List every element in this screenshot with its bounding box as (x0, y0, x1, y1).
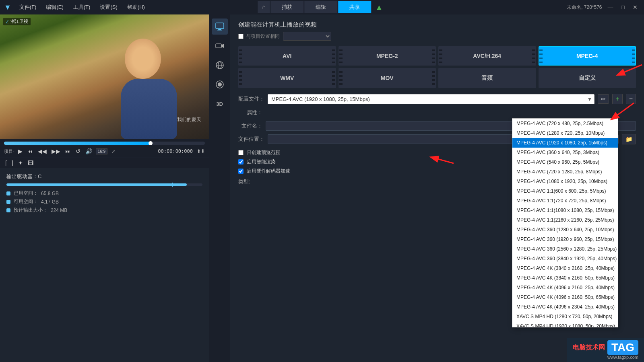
right-panel: 创建能在计算机上播放的视频 与项目设置相同 AVI MPEG-2 AVC/H.2… (230, 14, 644, 362)
dropdown-item-18[interactable]: MPEG-4 AVC 4K (4096 x 2160, 50p, 65Mbps) (512, 292, 618, 302)
app-logo: ▼ (4, 3, 11, 12)
crop-icon[interactable]: ⤢ (111, 149, 115, 154)
dropdown-item-19[interactable]: MPEG-4 AVC 4K (4096 x 2304, 25p, 40Mbps) (512, 302, 618, 312)
main-layout: Z 浙江卫视 我们的夏天 项目- ▶ ⏮ ◀◀ ▶▶ ⏭ ↺ 🔊 16:9 (0, 14, 644, 362)
format-avi[interactable]: AVI (238, 46, 336, 66)
browse-button[interactable]: 📁 (622, 134, 636, 144)
timeline-thumb (149, 141, 153, 145)
prev-segment-button[interactable]: ⏮ (26, 147, 34, 155)
config-add-button[interactable]: + (612, 94, 622, 104)
dropdown-item-5[interactable]: MPEG-4 AVC (720 x 1280, 25p, 8Mbps) (512, 167, 618, 177)
menu-bar: 文件(F) 编辑(E) 工具(T) 设置(S) 帮助(H) (18, 3, 147, 12)
config-edit-button[interactable]: ✏ (598, 94, 609, 104)
format-mov[interactable]: MOV (339, 68, 436, 88)
project-setting-checkbox-wrap[interactable]: 与项目设置相同 (238, 33, 280, 40)
next-segment-button[interactable]: ⏭ (64, 147, 72, 155)
dropdown-item-4[interactable]: MPEG-4 AVC (540 x 960, 25p, 5Mbps) (512, 157, 618, 167)
3d-label: 3D (216, 101, 223, 107)
dropdown-item-15[interactable]: MPEG-4 AVC 4K (3840 x 2160, 25p, 40Mbps) (512, 263, 618, 273)
dropdown-item-14[interactable]: MPEG-4 AVC 360 (3840 x 1920, 25p, 40Mbps… (512, 254, 618, 263)
channel-name: 浙江卫视 (10, 19, 28, 25)
timecode-stepper[interactable]: ⬆⬇ (197, 148, 205, 154)
globe-icon (215, 61, 224, 70)
clip-button[interactable]: 🎞 (27, 159, 35, 167)
window-status: 未命名, 720*576 (567, 4, 602, 11)
config-dropdown-list: MPEG-4 AVC (720 x 480, 25p, 2.5Mbps) MPE… (512, 118, 618, 327)
format-custom[interactable]: 自定义 (539, 68, 636, 88)
video-overlay-text: 我们的夏天 (177, 116, 201, 123)
sidebar-globe-button[interactable] (212, 57, 228, 73)
close-button[interactable]: ✕ (630, 3, 640, 11)
dropdown-item-10[interactable]: MPEG-4 AVC 1:1(2160 x 2160, 25p, 25Mbps) (512, 215, 618, 225)
tab-edit[interactable]: 编辑 (304, 1, 337, 13)
dropdown-item-9[interactable]: MPEG-4 AVC 1:1(1080 x 1080, 25p, 15Mbps) (512, 206, 618, 215)
dropdown-item-16[interactable]: MPEG-4 AVC 4K (3840 x 2160, 50p, 65Mbps) (512, 273, 618, 283)
estimated-label: 预计输出大小： (14, 207, 47, 214)
project-setting-dropdown[interactable] (283, 32, 331, 41)
format-mpeg4[interactable]: MPEG-4 (539, 46, 636, 66)
option-preview-range-checkbox[interactable] (238, 150, 244, 155)
loop-button[interactable]: ↺ (74, 147, 82, 155)
dropdown-item-1[interactable]: MPEG-4 AVC (1280 x 720, 25p, 10Mbps) (512, 128, 618, 138)
dropdown-item-8[interactable]: MPEG-4 AVC 1:1(720 x 720, 25p, 8Mbps) (512, 196, 618, 206)
upload-button[interactable]: ▲ (372, 3, 386, 12)
menu-settings[interactable]: 设置(S) (98, 3, 119, 12)
dropdown-item-11[interactable]: MPEG-4 AVC 360 (1280 x 640, 25p, 10Mbps) (512, 225, 618, 234)
available-row: 可用空间： 4.17 GB (6, 198, 202, 205)
dropdown-item-12[interactable]: MPEG-4 AVC 360 (1920 x 960, 25p, 15Mbps) (512, 234, 618, 244)
option-smart-render-checkbox[interactable] (238, 159, 244, 165)
available-label: 可用空间： (14, 198, 38, 205)
sidebar-record-button[interactable] (212, 76, 228, 93)
dropdown-item-6[interactable]: MPEG-4 AVC (1080 x 1920, 25p, 10Mbps) (512, 177, 618, 186)
menu-help[interactable]: 帮助(H) (126, 3, 147, 12)
format-wmv[interactable]: WMV (238, 68, 336, 88)
storage-bar-fill (6, 183, 187, 186)
dropdown-item-17[interactable]: MPEG-4 AVC 4K (4096 x 2160, 25p, 40Mbps) (512, 283, 618, 292)
dropdown-item-2[interactable]: MPEG-4 AVC (1920 x 1080, 25p, 15Mbps) (512, 138, 618, 148)
dropdown-item-13[interactable]: MPEG-4 AVC 360 (2560 x 1280, 25p, 25Mbps… (512, 244, 618, 254)
dropdown-item-20[interactable]: XAVC S MP4 HD (1280 x 720, 50p, 20Mbps) (512, 312, 618, 321)
tag-label: TAG (607, 340, 638, 355)
mark-button[interactable]: ✦ (17, 159, 24, 167)
filename-label: 文件名： (238, 122, 262, 130)
timecode-display: 00:00:00:000 (158, 148, 193, 154)
minimize-button[interactable]: — (605, 3, 616, 11)
audio-button[interactable]: 🔊 (84, 147, 93, 155)
menu-tools[interactable]: 工具(T) (72, 3, 92, 12)
dropdown-item-0[interactable]: MPEG-4 AVC (720 x 480, 25p, 2.5Mbps) (512, 119, 618, 128)
sidebar-3d-button[interactable]: 3D (212, 96, 228, 112)
dropdown-item-3[interactable]: MPEG-4 AVC (360 x 640, 25p, 3Mbps) (512, 148, 618, 157)
titlebar-right: 未命名, 720*576 — □ ✕ (567, 3, 640, 11)
format-mpeg2[interactable]: MPEG-2 (339, 46, 436, 66)
dropdown-item-21[interactable]: XAVC S MP4 HD (1920 x 1080, 50p, 20Mbps) (512, 321, 618, 327)
config-select[interactable]: MPEG-4 AVC (1920 x 1080, 25p, 15Mbps) (268, 94, 594, 104)
maximize-button[interactable]: □ (619, 3, 627, 11)
storage-bar (6, 183, 202, 186)
project-setting-checkbox[interactable] (238, 34, 244, 39)
sidebar-camera-button[interactable] (212, 38, 228, 54)
sidebar-monitor-button[interactable] (212, 19, 228, 35)
svg-marker-4 (221, 44, 224, 48)
video-frame: Z 浙江卫视 我们的夏天 (0, 14, 209, 139)
bracket-open-button[interactable]: [ (4, 159, 8, 167)
project-setting-row: 与项目设置相同 (238, 32, 636, 41)
filelocation-label: 文件位置： (238, 136, 264, 143)
menu-file[interactable]: 文件(F) (18, 3, 38, 12)
format-avc[interactable]: AVC/H.264 (438, 46, 536, 66)
prev-frame-button[interactable]: ◀◀ (37, 147, 48, 155)
play-button[interactable]: ▶ (17, 147, 24, 155)
aspect-ratio-badge[interactable]: 16:9 (96, 148, 107, 154)
bracket-close-button[interactable]: ] (10, 159, 14, 167)
dropdown-item-7[interactable]: MPEG-4 AVC 1:1(600 x 600, 25p, 5Mbps) (512, 186, 618, 196)
section-title: 创建能在计算机上播放的视频 (238, 21, 636, 29)
svg-point-9 (218, 82, 222, 86)
option-hw-decode-checkbox[interactable] (238, 169, 244, 174)
tab-capture[interactable]: 捕获 (270, 1, 303, 13)
next-frame-button[interactable]: ▶▶ (50, 147, 62, 155)
menu-edit[interactable]: 编辑(E) (44, 3, 65, 12)
config-remove-button[interactable]: − (626, 94, 636, 104)
format-audio[interactable]: 音频 (438, 68, 536, 88)
timeline-bar[interactable] (4, 142, 205, 145)
home-button[interactable]: ⌂ (258, 1, 270, 13)
tab-share[interactable]: 共享 (338, 1, 371, 13)
